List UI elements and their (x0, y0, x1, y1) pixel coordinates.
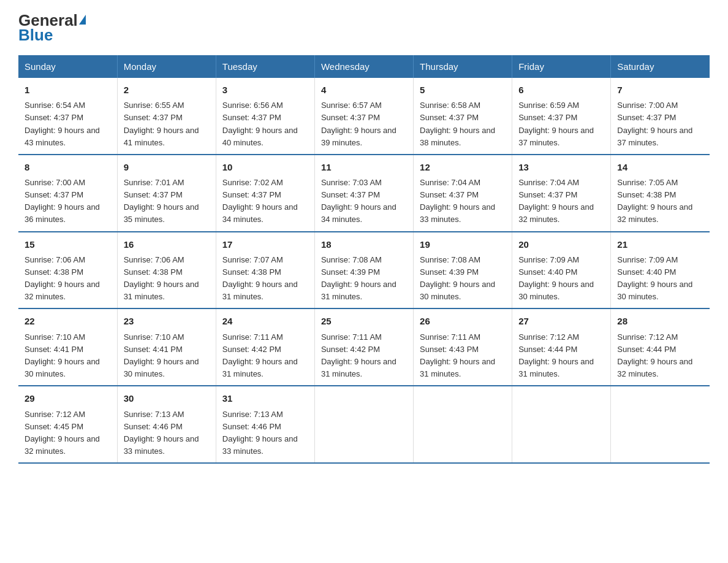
empty-day-cell (414, 386, 512, 463)
calendar-day-cell: 3Sunrise: 6:56 AMSunset: 4:37 PMDaylight… (216, 78, 314, 155)
day-info: Sunrise: 6:59 AMSunset: 4:37 PMDaylight:… (518, 101, 594, 147)
calendar-day-cell: 12Sunrise: 7:04 AMSunset: 4:37 PMDayligh… (414, 155, 512, 232)
day-info: Sunrise: 6:58 AMSunset: 4:37 PMDaylight:… (420, 101, 495, 147)
calendar-day-cell: 26Sunrise: 7:11 AMSunset: 4:43 PMDayligh… (414, 308, 512, 386)
calendar-week-row: 1Sunrise: 6:54 AMSunset: 4:37 PMDaylight… (18, 78, 710, 155)
day-info: Sunrise: 7:12 AMSunset: 4:44 PMDaylight:… (617, 332, 692, 378)
calendar-day-cell: 16Sunrise: 7:06 AMSunset: 4:38 PMDayligh… (117, 232, 216, 309)
day-number: 31 (222, 391, 308, 405)
day-number: 19 (420, 237, 506, 251)
day-info: Sunrise: 7:11 AMSunset: 4:42 PMDaylight:… (321, 332, 396, 378)
day-info: Sunrise: 7:08 AMSunset: 4:39 PMDaylight:… (420, 255, 495, 301)
day-info: Sunrise: 7:09 AMSunset: 4:40 PMDaylight:… (518, 255, 594, 301)
day-number: 13 (518, 160, 604, 174)
day-number: 29 (25, 391, 111, 405)
day-info: Sunrise: 7:02 AMSunset: 4:37 PMDaylight:… (222, 178, 298, 224)
calendar-table: SundayMondayTuesdayWednesdayThursdayFrid… (18, 55, 710, 464)
calendar-day-cell: 4Sunrise: 6:57 AMSunset: 4:37 PMDaylight… (314, 78, 413, 155)
calendar-day-cell: 25Sunrise: 7:11 AMSunset: 4:42 PMDayligh… (314, 308, 413, 386)
day-info: Sunrise: 7:06 AMSunset: 4:38 PMDaylight:… (25, 255, 100, 301)
calendar-day-cell: 24Sunrise: 7:11 AMSunset: 4:42 PMDayligh… (216, 308, 314, 386)
empty-day-cell (512, 386, 611, 463)
day-number: 23 (124, 314, 210, 328)
day-number: 11 (321, 160, 407, 174)
day-info: Sunrise: 7:12 AMSunset: 4:44 PMDaylight:… (518, 332, 594, 378)
calendar-day-cell: 27Sunrise: 7:12 AMSunset: 4:44 PMDayligh… (512, 308, 611, 386)
day-info: Sunrise: 7:13 AMSunset: 4:46 PMDaylight:… (124, 410, 199, 456)
calendar-day-cell: 6Sunrise: 6:59 AMSunset: 4:37 PMDaylight… (512, 78, 611, 155)
calendar-week-row: 8Sunrise: 7:00 AMSunset: 4:37 PMDaylight… (18, 155, 710, 232)
calendar-day-cell: 13Sunrise: 7:04 AMSunset: 4:37 PMDayligh… (512, 155, 611, 232)
day-number: 25 (321, 314, 407, 328)
calendar-day-cell: 14Sunrise: 7:05 AMSunset: 4:38 PMDayligh… (611, 155, 710, 232)
day-number: 28 (617, 314, 703, 328)
weekday-header-tuesday: Tuesday (216, 55, 314, 78)
calendar-day-cell: 15Sunrise: 7:06 AMSunset: 4:38 PMDayligh… (18, 232, 117, 309)
calendar-day-cell: 29Sunrise: 7:12 AMSunset: 4:45 PMDayligh… (18, 386, 117, 463)
day-number: 18 (321, 237, 407, 251)
calendar-day-cell: 31Sunrise: 7:13 AMSunset: 4:46 PMDayligh… (216, 386, 314, 463)
day-info: Sunrise: 7:04 AMSunset: 4:37 PMDaylight:… (420, 178, 495, 224)
day-number: 4 (321, 83, 407, 97)
weekday-header-wednesday: Wednesday (314, 55, 413, 78)
day-info: Sunrise: 7:05 AMSunset: 4:38 PMDaylight:… (617, 178, 692, 224)
day-info: Sunrise: 7:01 AMSunset: 4:37 PMDaylight:… (124, 178, 199, 224)
calendar-day-cell: 11Sunrise: 7:03 AMSunset: 4:37 PMDayligh… (314, 155, 413, 232)
day-info: Sunrise: 7:12 AMSunset: 4:45 PMDaylight:… (25, 410, 100, 456)
day-info: Sunrise: 7:11 AMSunset: 4:42 PMDaylight:… (222, 332, 298, 378)
calendar-day-cell: 2Sunrise: 6:55 AMSunset: 4:37 PMDaylight… (117, 78, 216, 155)
day-info: Sunrise: 7:10 AMSunset: 4:41 PMDaylight:… (25, 332, 100, 378)
weekday-header-friday: Friday (512, 55, 611, 78)
calendar-day-cell: 10Sunrise: 7:02 AMSunset: 4:37 PMDayligh… (216, 155, 314, 232)
logo-arrow-icon (79, 15, 86, 25)
calendar-day-cell: 28Sunrise: 7:12 AMSunset: 4:44 PMDayligh… (611, 308, 710, 386)
day-number: 14 (617, 160, 703, 174)
day-number: 3 (222, 83, 308, 97)
day-info: Sunrise: 7:09 AMSunset: 4:40 PMDaylight:… (617, 255, 692, 301)
weekday-header-monday: Monday (117, 55, 216, 78)
day-number: 27 (518, 314, 604, 328)
day-info: Sunrise: 7:00 AMSunset: 4:37 PMDaylight:… (25, 178, 100, 224)
page-header: General Blue (18, 12, 710, 43)
calendar-week-row: 29Sunrise: 7:12 AMSunset: 4:45 PMDayligh… (18, 386, 710, 463)
calendar-day-cell: 22Sunrise: 7:10 AMSunset: 4:41 PMDayligh… (18, 308, 117, 386)
logo-blue: Blue (18, 27, 53, 43)
calendar-day-cell: 23Sunrise: 7:10 AMSunset: 4:41 PMDayligh… (117, 308, 216, 386)
day-info: Sunrise: 7:13 AMSunset: 4:46 PMDaylight:… (222, 410, 298, 456)
day-number: 17 (222, 237, 308, 251)
day-info: Sunrise: 6:54 AMSunset: 4:37 PMDaylight:… (25, 101, 100, 147)
day-number: 21 (617, 237, 703, 251)
calendar-day-cell: 8Sunrise: 7:00 AMSunset: 4:37 PMDaylight… (18, 155, 117, 232)
day-number: 2 (124, 83, 210, 97)
day-info: Sunrise: 7:08 AMSunset: 4:39 PMDaylight:… (321, 255, 396, 301)
day-info: Sunrise: 7:03 AMSunset: 4:37 PMDaylight:… (321, 178, 396, 224)
day-number: 12 (420, 160, 506, 174)
calendar-day-cell: 1Sunrise: 6:54 AMSunset: 4:37 PMDaylight… (18, 78, 117, 155)
day-number: 16 (124, 237, 210, 251)
day-number: 5 (420, 83, 506, 97)
calendar-week-row: 15Sunrise: 7:06 AMSunset: 4:38 PMDayligh… (18, 232, 710, 309)
day-number: 7 (617, 83, 703, 97)
weekday-header-sunday: Sunday (18, 55, 117, 78)
day-number: 6 (518, 83, 604, 97)
day-number: 8 (25, 160, 111, 174)
calendar-day-cell: 9Sunrise: 7:01 AMSunset: 4:37 PMDaylight… (117, 155, 216, 232)
calendar-day-cell: 19Sunrise: 7:08 AMSunset: 4:39 PMDayligh… (414, 232, 512, 309)
day-info: Sunrise: 7:07 AMSunset: 4:38 PMDaylight:… (222, 255, 298, 301)
day-number: 22 (25, 314, 111, 328)
day-number: 24 (222, 314, 308, 328)
day-info: Sunrise: 7:10 AMSunset: 4:41 PMDaylight:… (124, 332, 199, 378)
day-number: 26 (420, 314, 506, 328)
calendar-day-cell: 17Sunrise: 7:07 AMSunset: 4:38 PMDayligh… (216, 232, 314, 309)
day-number: 20 (518, 237, 604, 251)
empty-day-cell (611, 386, 710, 463)
calendar-day-cell: 18Sunrise: 7:08 AMSunset: 4:39 PMDayligh… (314, 232, 413, 309)
calendar-day-cell: 7Sunrise: 7:00 AMSunset: 4:37 PMDaylight… (611, 78, 710, 155)
calendar-day-cell: 21Sunrise: 7:09 AMSunset: 4:40 PMDayligh… (611, 232, 710, 309)
calendar-day-cell: 30Sunrise: 7:13 AMSunset: 4:46 PMDayligh… (117, 386, 216, 463)
day-info: Sunrise: 6:56 AMSunset: 4:37 PMDaylight:… (222, 101, 298, 147)
calendar-day-cell: 5Sunrise: 6:58 AMSunset: 4:37 PMDaylight… (414, 78, 512, 155)
day-info: Sunrise: 7:06 AMSunset: 4:38 PMDaylight:… (124, 255, 199, 301)
weekday-header-saturday: Saturday (611, 55, 710, 78)
day-info: Sunrise: 7:04 AMSunset: 4:37 PMDaylight:… (518, 178, 594, 224)
